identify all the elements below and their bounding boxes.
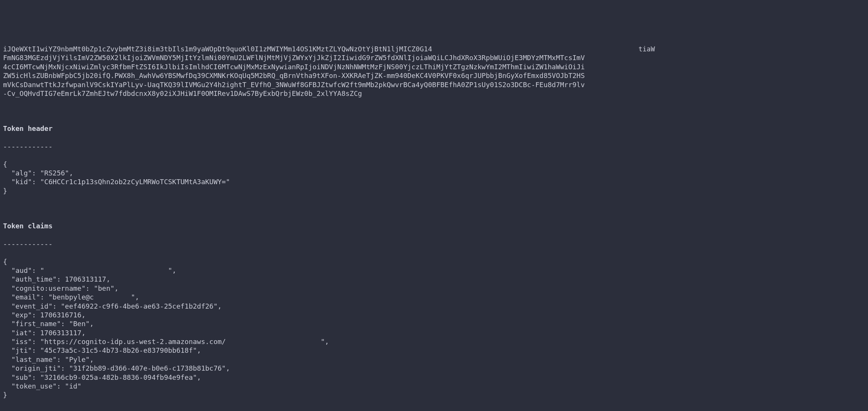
token-claims-separator: ------------ (3, 239, 865, 248)
jwt-token-text: iJQeWXtI1wiYZ9nbmMt0bZp1cZvybmMtZ3i8im3t… (3, 45, 865, 98)
token-claims-json: { "aud": " ", "auth_time": 1706313117, "… (3, 257, 865, 400)
spacer (3, 204, 865, 213)
token-header-separator: ------------ (3, 142, 865, 151)
token-header-json: { "alg": "RS256", "kid": "C6HCCr1c1p13sQ… (3, 160, 865, 196)
terminal-output: iJQeWXtI1wiYZ9nbmMt0bZp1cZvybmMtZ3i8im3t… (0, 36, 868, 409)
token-header-title: Token header (3, 124, 865, 133)
token-claims-title: Token claims (3, 221, 865, 230)
spacer (3, 107, 865, 115)
